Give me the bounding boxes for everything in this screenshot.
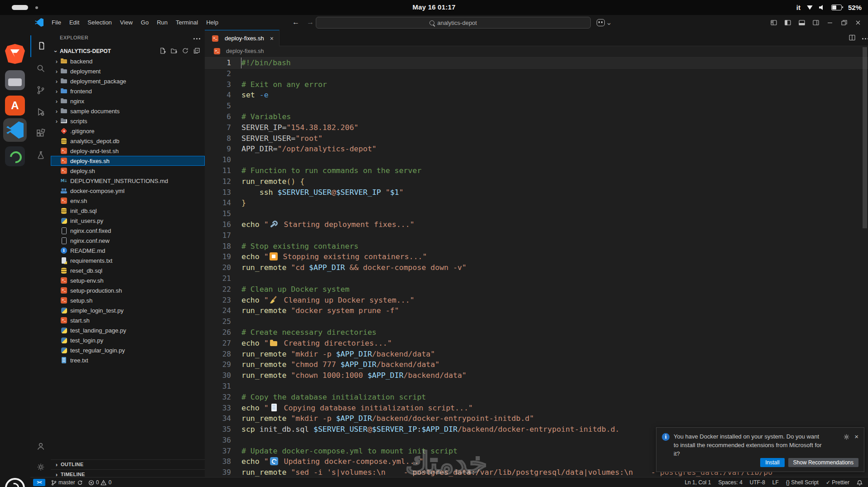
tree-item-init-users-py[interactable]: init_users.py xyxy=(51,216,205,226)
swirl-app-icon[interactable] xyxy=(5,478,25,487)
tree-item-env-sh[interactable]: env.sh xyxy=(51,196,205,206)
statusbar-spaces-4[interactable]: Spaces: 4 xyxy=(718,479,742,486)
explorer-icon[interactable] xyxy=(30,35,52,57)
tree-item-simple-login-test-py[interactable]: simple_login_test.py xyxy=(51,305,205,315)
refresh-explorer-icon[interactable] xyxy=(182,47,189,56)
close-tab-icon[interactable]: × xyxy=(270,35,274,42)
testing-icon[interactable] xyxy=(30,145,51,166)
tree-item-backend[interactable]: ›backend xyxy=(51,56,205,66)
menu-view[interactable]: View xyxy=(116,17,137,28)
minimize-button[interactable] xyxy=(825,17,835,28)
tree-item-setup-production-sh[interactable]: setup-production.sh xyxy=(51,285,205,295)
editor-scrollbar[interactable] xyxy=(863,47,867,228)
menu-run[interactable]: Run xyxy=(153,17,172,28)
app-a-icon[interactable]: A xyxy=(5,96,25,116)
code-line-1[interactable]: 1#!/bin/bash xyxy=(205,58,868,68)
statusbar--shell-script[interactable]: {} Shell Script xyxy=(786,479,819,486)
tree-item-setup-env-sh[interactable]: setup-env.sh xyxy=(51,275,205,285)
battery-icon[interactable] xyxy=(831,5,842,10)
tree-item-nginx-conf-fixed[interactable]: nginx.conf.fixed xyxy=(51,226,205,236)
command-center-search[interactable]: analytics-depot xyxy=(316,17,591,29)
code-line-31[interactable]: 31 xyxy=(205,381,868,392)
restore-button[interactable] xyxy=(839,17,849,28)
tree-item-deploy-fixes-sh[interactable]: deploy-fixes.sh xyxy=(51,156,205,166)
tree-item-scripts[interactable]: ›scripts xyxy=(51,116,205,126)
tree-item-sample-documents[interactable]: ›sample documents xyxy=(51,106,205,116)
new-folder-icon[interactable] xyxy=(170,47,178,56)
search-sidebar-icon[interactable] xyxy=(30,58,51,79)
tree-item-deploy-sh[interactable]: deploy.sh xyxy=(51,166,205,176)
tree-item-readme-md[interactable]: README.md xyxy=(51,246,205,256)
code-line-16[interactable]: 16echo " Starting deployment fixes..." xyxy=(205,219,868,230)
code-line-19[interactable]: 19echo " Stopping existing containers...… xyxy=(205,251,868,262)
toggle-secondary-sidebar-icon[interactable] xyxy=(810,17,821,28)
system-tray[interactable]: it 52% xyxy=(796,0,862,15)
code-line-18[interactable]: 18# Stop existing containers xyxy=(205,241,868,252)
code-line-14[interactable]: 14} xyxy=(205,198,868,208)
more-actions-icon[interactable] xyxy=(862,38,863,39)
code-line-20[interactable]: 20run_remote "cd $APP_DIR && docker-comp… xyxy=(205,262,868,273)
customize-layout-icon[interactable] xyxy=(768,17,779,28)
green-app-icon[interactable] xyxy=(5,146,25,166)
code-line-24[interactable]: 24run_remote "docker system prune -f" xyxy=(205,305,868,316)
code-line-28[interactable]: 28run_remote "mkdir -p $APP_DIR/backend/… xyxy=(205,349,868,360)
back-arrow-icon[interactable]: ← xyxy=(292,18,299,26)
statusbar-utf-8[interactable]: UTF-8 xyxy=(750,479,765,486)
install-button[interactable]: Install xyxy=(760,458,784,467)
code-line-2[interactable]: 2 xyxy=(205,68,868,79)
tree-item-deploy-and-test-sh[interactable]: deploy-and-test.sh xyxy=(51,146,205,156)
menu-go[interactable]: Go xyxy=(137,17,153,28)
explorer-more-actions-icon[interactable] xyxy=(193,38,195,39)
show-recommendations-button[interactable]: Show Recommendations xyxy=(788,458,858,467)
code-line-27[interactable]: 27echo " Creating directories..." xyxy=(205,338,868,349)
tree-item-start-sh[interactable]: start.sh xyxy=(51,315,205,325)
tree-item-reset-db-sql[interactable]: reset_db.sql xyxy=(51,265,205,275)
tree-item-nginx[interactable]: ›nginx xyxy=(51,96,205,106)
code-line-9[interactable]: 9APP_DIR="/opt/analytics-depot" xyxy=(205,144,868,154)
code-line-23[interactable]: 23echo " Cleaning up Docker system..." xyxy=(205,295,868,306)
code-line-30[interactable]: 30run_remote "chown 1000:1000 $APP_DIR/b… xyxy=(205,370,868,381)
tree-item-test-login-py[interactable]: test_login.py xyxy=(51,335,205,345)
tree-item-deployment-package[interactable]: ›deployment_package xyxy=(51,76,205,86)
code-line-4[interactable]: 4set -e xyxy=(205,90,868,101)
copilot-icon[interactable]: ⌄ xyxy=(597,18,612,27)
code-line-6[interactable]: 6# Variables xyxy=(205,111,868,122)
vscode-dock-icon[interactable] xyxy=(5,120,25,140)
system-clock[interactable]: May 16 01:17 xyxy=(0,3,868,11)
forward-arrow-icon[interactable]: → xyxy=(307,18,314,26)
statusbar--prettier[interactable]: ✓ Prettier xyxy=(826,479,849,486)
breadcrumb[interactable]: deploy-fixes.sh xyxy=(205,46,868,57)
code-line-7[interactable]: 7SERVER_IP="154.38.182.206" xyxy=(205,122,868,133)
code-line-13[interactable]: 13 ssh $SERVER_USER@$SERVER_IP "$1" xyxy=(205,187,868,198)
notification-settings-gear-icon[interactable] xyxy=(843,434,850,442)
code-line-22[interactable]: 22# Clean up Docker system xyxy=(205,284,868,295)
menu-file[interactable]: File xyxy=(48,17,65,28)
settings-gear-icon[interactable] xyxy=(30,456,51,478)
tree-item-init-db-sql[interactable]: init_db.sql xyxy=(51,206,205,216)
run-debug-icon[interactable] xyxy=(30,101,51,123)
remote-indicator[interactable]: >< xyxy=(33,479,45,486)
tree-item-frontend[interactable]: ›frontend xyxy=(51,86,205,96)
brave-browser-icon[interactable] xyxy=(5,44,25,64)
code-line-17[interactable]: 17 xyxy=(205,230,868,241)
problems-item[interactable]: 0 0 xyxy=(88,479,111,486)
notification-close-icon[interactable]: × xyxy=(854,434,858,440)
tree-item-tree-txt[interactable]: tree.txt xyxy=(51,355,205,365)
bell-icon[interactable] xyxy=(857,480,863,486)
outline-section[interactable]: › OUTLINE xyxy=(51,459,205,469)
code-line-12[interactable]: 12run_remote() { xyxy=(205,176,868,187)
split-editor-icon[interactable] xyxy=(849,34,856,43)
code-line-33[interactable]: 33echo " Copying database initialization… xyxy=(205,403,868,414)
tree-item-requirements-txt[interactable]: requirements.txt xyxy=(51,256,205,265)
tree-item-test-landing-page-py[interactable]: test_landing_page.py xyxy=(51,325,205,335)
statusbar-ln-1-col-1[interactable]: Ln 1, Col 1 xyxy=(685,479,711,486)
tree-item--gitignore[interactable]: .gitignore xyxy=(51,126,205,136)
code-line-15[interactable]: 15 xyxy=(205,208,868,219)
tree-item-test-regular-login-py[interactable]: test_regular_login.py xyxy=(51,345,205,355)
code-line-10[interactable]: 10 xyxy=(205,154,868,165)
volume-icon[interactable] xyxy=(819,5,825,10)
network-icon[interactable] xyxy=(807,5,813,10)
code-line-5[interactable]: 5 xyxy=(205,101,868,111)
code-area[interactable]: 1#!/bin/bash23# Exit on any error4set -e… xyxy=(205,58,868,478)
code-line-3[interactable]: 3# Exit on any error xyxy=(205,79,868,90)
